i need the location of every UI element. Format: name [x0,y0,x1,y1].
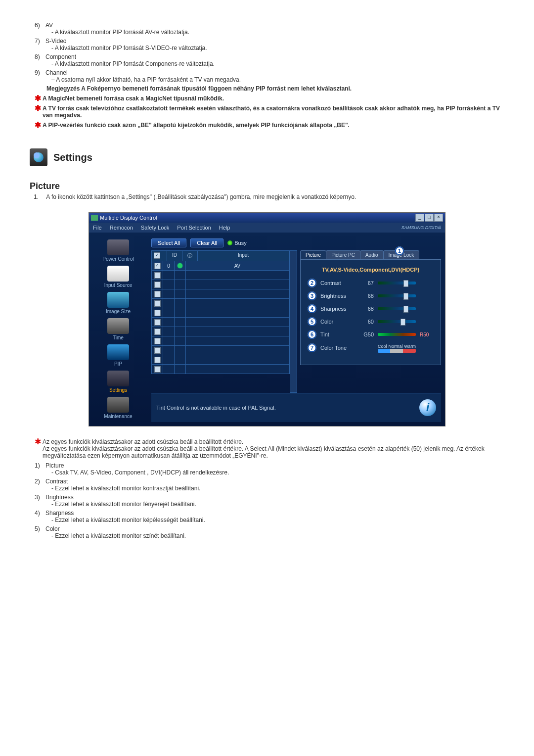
list-label: Channel [45,69,68,76]
row-checkbox[interactable] [154,263,161,269]
menu-bar: File Remocon Safety Lock Port Selection … [89,223,445,233]
row-checkbox[interactable] [154,357,161,363]
slider-contrast[interactable] [378,282,416,284]
grid-row-empty[interactable] [151,308,290,318]
panel-source-header: TV,AV,S-Video,Component,DVI(HDCP) [308,267,434,273]
callout-4: 4 [308,304,316,313]
list-label: Sharpness [45,510,74,517]
status-footer: Tint Control is not available in case of… [151,393,441,422]
grid-row-empty[interactable] [151,346,290,355]
close-button[interactable]: × [434,214,443,222]
grid-row-empty[interactable] [151,327,290,336]
tab-picture-pc[interactable]: Picture PC [326,250,360,259]
sidebar-item-settings[interactable]: Settings [96,371,140,393]
slider-row-color: 5Color60 [308,317,434,326]
grid-row-empty[interactable] [151,365,290,374]
brand-label: SAMSUNG DIGITall [401,225,441,230]
pip-icon [107,344,129,360]
grid-header-check[interactable] [152,251,167,261]
sidebar-item-power[interactable]: Power Control [96,239,140,262]
device-grid: ID ⓘ Input 0 AV [151,250,290,393]
settings-panel: 1 Picture Picture PC Audio Image Lock TV… [300,250,441,393]
grid-row-empty[interactable] [151,355,290,365]
menu-safety-lock[interactable]: Safety Lock [141,225,169,231]
slider-color[interactable] [378,320,416,323]
row-checkbox[interactable] [154,338,161,344]
grid-row-empty[interactable] [151,289,290,299]
maximize-button[interactable]: □ [425,214,434,222]
star-note: ✱A MagicNet bemeneti forrása csak a Magi… [35,95,504,102]
ctone-cool-label: Cool [378,344,387,349]
row-checkbox[interactable] [154,300,161,307]
sidebar-item-time[interactable]: Time [96,318,140,340]
slider-value: 68 [359,306,374,312]
clear-all-button[interactable]: Clear All [190,238,223,247]
list-label: Contrast [45,478,68,485]
settings-icon [107,371,129,386]
menu-file[interactable]: File [93,225,102,231]
tint-row: 6 Tint G50 R50 [308,330,434,339]
row-checkbox[interactable] [154,282,161,288]
list-desc: - Ezzel lehet a kiválasztott monitor fén… [51,501,504,508]
grid-row-empty[interactable] [151,299,290,308]
settings-heading: Settings [53,152,92,163]
menu-port-selection[interactable]: Port Selection [177,225,211,231]
sidebar-label-time: Time [113,335,124,340]
note-after-9: Megjegyzés A Foképernyo bemeneti forrásá… [46,85,504,92]
sidebar-item-image-size[interactable]: Image Size [96,292,140,314]
menu-remocon[interactable]: Remocon [110,225,133,231]
tint-slider[interactable] [378,333,416,336]
row-checkbox[interactable] [154,347,161,354]
menu-help[interactable]: Help [219,225,230,231]
busy-indicator: Busy [227,240,246,246]
list-num: 1) [35,462,45,469]
row-checkbox[interactable] [154,366,161,373]
star-note-mid: ✱ Az egyes funkciók kiválasztásakor az a… [35,438,504,459]
row-checkbox[interactable] [154,272,161,279]
select-all-button[interactable]: Select All [151,238,186,247]
row-checkbox[interactable] [154,319,161,326]
row-checkbox[interactable] [154,291,161,297]
star-note: ✱A PIP-vezérlés funkció csak azon „BE" á… [35,122,504,129]
app-window: Multiple Display Control _ □ × File Remo… [89,212,445,426]
list-num: 7) [35,38,45,45]
star-note-mid-head: Az egyes funkciók kiválasztásakor az ado… [43,438,243,445]
tint-value-g: G50 [359,331,374,337]
grid-row-0[interactable]: 0 AV [151,261,290,271]
minimize-button[interactable]: _ [415,214,424,222]
slider-label: Brightness [320,293,355,299]
row-checkbox[interactable] [154,310,161,316]
grid-row-empty[interactable] [151,271,290,280]
grid-header-input: Input [198,251,289,261]
ctone-normal-label: Normal [388,344,402,349]
sidebar-label-image-size: Image Size [106,309,131,314]
grid-row-empty[interactable] [151,318,290,327]
sidebar-item-maintenance[interactable]: Maintenance [96,397,140,419]
picture-intro-text: A fo ikonok között kattintson a „Setting… [46,193,491,200]
list-desc: - A kiválasztott monitor PIP forrását Co… [51,60,504,67]
grid-row-empty[interactable] [151,280,290,289]
row-checkbox[interactable] [154,329,161,335]
callout-5: 5 [308,317,316,326]
sidebar-item-input[interactable]: Input Source [96,266,140,288]
row-id: 0 [163,261,175,270]
sidebar-label-pip: PIP [114,361,122,367]
tint-label: Tint [320,331,355,337]
tab-audio[interactable]: Audio [360,250,384,259]
color-tone-row: 7 Color Tone Cool Normal Warm [308,343,434,353]
callout-7: 7 [308,343,316,352]
maintenance-icon [107,397,129,413]
slider-sharpness[interactable] [378,307,416,310]
tab-picture[interactable]: Picture [300,250,326,259]
star-icon: ✱ [35,95,41,102]
slider-brightness[interactable] [378,294,416,297]
grid-scrollbar[interactable] [290,250,297,393]
list-desc: - A kiválasztott monitor PIP forrását AV… [51,29,504,36]
star-icon: ✱ [35,438,41,445]
color-tone-slider[interactable] [378,349,416,353]
list-label: S-Video [45,38,66,45]
grid-row-empty[interactable] [151,336,290,346]
list-num: 6) [35,22,45,29]
settings-section-icon [30,148,47,166]
sidebar-item-pip[interactable]: PIP [96,344,140,367]
